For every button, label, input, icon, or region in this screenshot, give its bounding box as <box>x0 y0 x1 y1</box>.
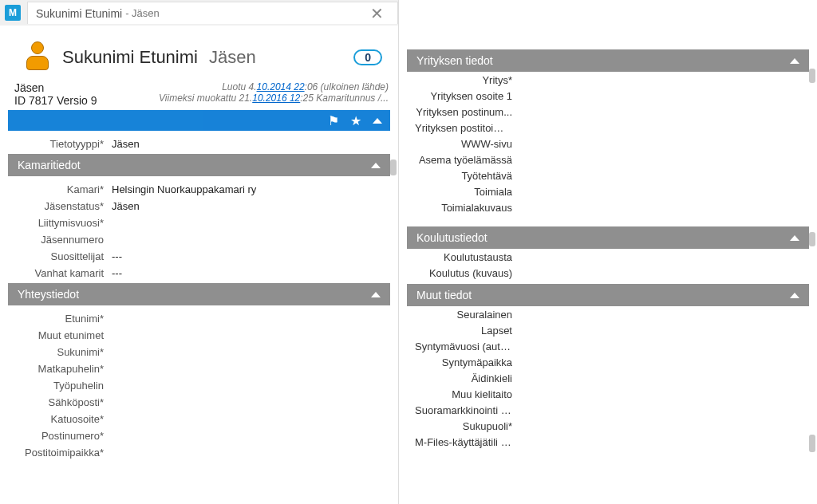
value-suosittelijat[interactable]: --- <box>112 250 390 262</box>
modified-suffix: :25 Kamaritunnus /... <box>300 93 389 104</box>
row-katuosoite: Katuosoite* <box>8 411 390 427</box>
label-kamari: Kamari* <box>8 183 112 195</box>
label-muut-etunimet: Muut etunimet <box>8 329 112 341</box>
row-toimialakuvaus: Toimialakuvaus <box>415 199 801 215</box>
app-icon[interactable]: M <box>5 5 21 21</box>
row-seuralainen: Seuralainen <box>415 306 801 322</box>
comment-badge[interactable]: 0 <box>353 49 382 65</box>
value-mfiles[interactable] <box>522 436 801 448</box>
scrollbar-right-3[interactable] <box>809 435 815 452</box>
label-suoramarkkinointi: Suoramarkkinointi s... <box>415 404 522 416</box>
row-muut-etunimet: Muut etunimet <box>8 327 390 344</box>
section-koulutus[interactable]: Koulutustiedot <box>407 226 809 249</box>
label-tyotehtava: Työtehtävä <box>415 170 522 182</box>
label-www: WWW-sivu <box>415 138 522 150</box>
row-liittymisvuosi: Liittymisvuosi* <box>8 215 390 231</box>
value-sahkoposti[interactable] <box>112 396 390 408</box>
value-tyotehtava[interactable] <box>522 170 801 182</box>
card-title: Sukunimi Etunimi Jäsen <box>62 47 256 68</box>
section-yhteystiedot-label: Yhteystiedot <box>18 288 79 301</box>
label-jasenstatus: Jäsenstatus* <box>8 200 112 212</box>
value-yrityksen-postinum[interactable] <box>522 106 801 118</box>
row-postitoimipaikka: Postitoimipaikka* <box>8 444 390 461</box>
chevron-up-icon[interactable] <box>790 293 799 298</box>
value-toimialakuvaus[interactable] <box>522 202 801 214</box>
row-etunimi: Etunimi* <box>8 310 390 327</box>
value-asema[interactable] <box>522 154 801 166</box>
row-yrityksen-postitoimi: Yrityksen postitoimi... <box>415 120 801 136</box>
value-muut-etunimet[interactable] <box>112 329 390 341</box>
label-asema: Asema työelämässä <box>415 154 522 166</box>
label-jasennumero: Jäsennumero <box>8 234 112 246</box>
row-syntymapaikka: Syntymäpaikka <box>415 354 801 370</box>
section-yrityksen[interactable]: Yrityksen tiedot <box>407 49 809 72</box>
value-tietotyyppi[interactable]: Jäsen <box>112 138 390 150</box>
value-postinumero[interactable] <box>112 430 390 442</box>
section-kamaritiedot[interactable]: Kamaritiedot <box>8 154 390 176</box>
value-aidinkieli[interactable] <box>522 372 801 384</box>
row-kamari: Kamari* Helsingin Nuorkauppakamari ry <box>8 181 390 198</box>
label-seuralainen: Seuralainen <box>415 309 522 321</box>
row-www: WWW-sivu <box>415 136 801 152</box>
row-lapset: Lapset <box>415 322 801 338</box>
chevron-up-icon[interactable] <box>790 235 799 241</box>
value-kamari[interactable]: Helsingin Nuorkauppakamari ry <box>112 183 390 195</box>
scrollbar-right-2[interactable] <box>809 232 815 246</box>
label-yrityksen-osoite: Yrityksen osoite 1 <box>415 90 522 102</box>
section-koulutus-label: Koulutustiedot <box>416 231 487 244</box>
label-liittymisvuosi: Liittymisvuosi* <box>8 217 112 229</box>
value-www[interactable] <box>522 138 801 150</box>
label-syntymapaikka: Syntymäpaikka <box>415 356 522 368</box>
value-liittymisvuosi[interactable] <box>112 217 390 229</box>
value-suoramarkkinointi[interactable] <box>522 404 801 416</box>
value-syntymapaikka[interactable] <box>522 356 801 368</box>
value-jasennumero[interactable] <box>112 234 390 246</box>
value-yrityksen-osoite[interactable] <box>522 90 801 102</box>
collapse-icon[interactable] <box>373 118 382 124</box>
value-syntymavuosi[interactable] <box>522 341 801 352</box>
row-tietotyyppi: Tietotyyppi* Jäsen <box>8 136 390 152</box>
label-toimiala: Toimiala <box>415 186 522 198</box>
scrollbar-right-1[interactable] <box>809 69 815 83</box>
value-sukunimi[interactable] <box>112 346 390 358</box>
flag-icon[interactable]: ⚑ <box>328 113 339 128</box>
value-muu-kielitaito[interactable] <box>522 388 801 400</box>
value-etunimi[interactable] <box>112 313 390 325</box>
value-jasenstatus[interactable]: Jäsen <box>112 200 390 212</box>
value-matkapuhelin[interactable] <box>112 363 390 375</box>
star-icon[interactable]: ★ <box>350 113 361 128</box>
value-postitoimipaikka[interactable] <box>112 447 390 459</box>
close-icon[interactable]: ✕ <box>364 4 389 23</box>
chevron-up-icon[interactable] <box>371 292 381 297</box>
scrollbar-left[interactable] <box>390 159 397 175</box>
row-aidinkieli: Äidinkieli <box>415 370 801 386</box>
value-koulutus-kuvaus[interactable] <box>522 267 801 279</box>
label-postinumero: Postinumero* <box>8 430 112 442</box>
chevron-up-icon[interactable] <box>371 163 381 168</box>
yhteystiedot-list: Etunimi* Muut etunimet Sukunimi* Matkapu… <box>0 305 398 461</box>
row-tyopuhelin: Työpuhelin <box>8 377 390 394</box>
koulutus-list: Koulutustausta Koulutus (kuvaus) <box>407 249 809 281</box>
modified-link[interactable]: 10.2016 12 <box>252 93 300 104</box>
value-toimiala[interactable] <box>522 186 801 198</box>
value-tyopuhelin[interactable] <box>112 380 390 392</box>
row-mfiles: M-Files-käyttäjätili (... <box>415 434 801 450</box>
label-lapset: Lapset <box>415 325 522 337</box>
row-sahkoposti: Sähköposti* <box>8 394 390 411</box>
section-yhteystiedot[interactable]: Yhteystiedot <box>8 283 390 305</box>
value-yrityksen-postitoimi[interactable] <box>522 122 801 134</box>
value-lapset[interactable] <box>522 325 801 337</box>
value-vanhatkamarit[interactable]: --- <box>112 267 390 279</box>
value-sukupuoli[interactable] <box>522 420 801 432</box>
created-link[interactable]: 10.2014 22 <box>257 81 305 93</box>
active-tab[interactable]: Sukunimi Etunimi - Jäsen ✕ <box>27 2 398 24</box>
value-katuosoite[interactable] <box>112 413 390 425</box>
value-yritys[interactable] <box>522 74 801 86</box>
value-seuralainen[interactable] <box>522 309 801 321</box>
value-koulutustausta[interactable] <box>522 251 801 263</box>
tab-bar: M Sukunimi Etunimi - Jäsen ✕ <box>0 0 398 26</box>
section-muut[interactable]: Muut tiedot <box>407 284 809 306</box>
label-mfiles: M-Files-käyttäjätili (... <box>415 436 522 448</box>
card-subtitle: Jäsen <box>209 47 256 67</box>
chevron-up-icon[interactable] <box>790 58 799 64</box>
